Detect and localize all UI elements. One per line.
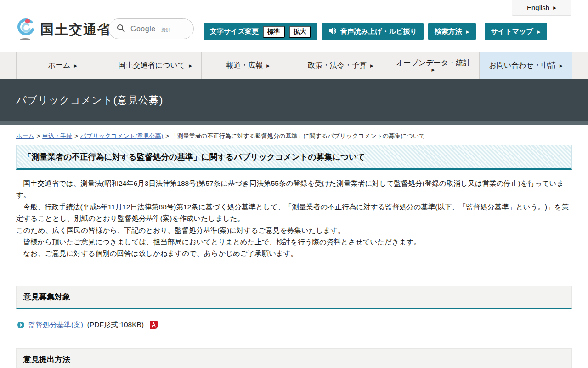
arrow-right-icon: ▶	[74, 64, 77, 68]
search-method-label: 検索方法	[435, 27, 462, 36]
nav-item-open-data[interactable]: オープンデータ・統計 ▶	[387, 52, 480, 79]
page: English ▶ 国土交通省 Google 提	[0, 0, 588, 368]
header-toolbar: 文字サイズ変更 標準 拡大 音声読み上げ・ルビ振り 検索方法 ▶	[204, 23, 547, 40]
search-provided-label: 提供	[161, 27, 170, 33]
arrow-right-icon: ▶	[266, 64, 270, 68]
sitemap-button[interactable]: サイトマップ ▶	[485, 23, 547, 40]
arrow-right-icon: ▶	[189, 64, 192, 68]
nav-item-about-mlit[interactable]: 国土交通省について ▶	[109, 52, 202, 79]
section-heading-comment-target: 意見募集対象	[16, 286, 572, 309]
main-content: 「測量業者の不正行為に対する監督処分の基準」に関するパブリックコメントの募集につ…	[0, 145, 588, 368]
breadcrumb-separator: >	[74, 132, 78, 139]
article-body: 国土交通省では、測量法(昭和24年6月3日法律第188号)第57条に基づき同法第…	[16, 178, 572, 259]
arrow-right-icon: ▶	[553, 6, 556, 10]
arrow-right-icon: ▶	[370, 64, 373, 68]
global-nav-inner: ホーム ▶ 国土交通省について ▶ 報道・広報 ▶ 政策・法令・予算 ▶ オープ…	[16, 52, 572, 79]
nav-label: ホーム	[48, 61, 71, 70]
search-engine-label: Google	[130, 25, 156, 33]
english-button[interactable]: English ▶	[512, 0, 571, 16]
pdf-file-meta: (PDF形式:108KB)	[87, 320, 144, 330]
pdf-file-icon	[150, 321, 158, 329]
page-band-title: パブリックコメント(意見公募)	[16, 93, 163, 107]
font-size-control: 文字サイズ変更 標準 拡大	[204, 23, 317, 40]
page-band: パブリックコメント(意見公募)	[0, 79, 588, 121]
paragraph: 国土交通省では、測量法(昭和24年6月3日法律第188号)第57条に基づき同法第…	[16, 178, 572, 201]
pdf-link-row: 監督処分基準(案) (PDF形式:108KB)	[17, 320, 572, 330]
paragraph: 皆様から頂いたご意見につきましては、担当部局においてとりまとめた上で、検討を行う…	[16, 236, 572, 247]
search-input[interactable]: Google 提供	[108, 18, 194, 39]
nav-item-policy[interactable]: 政策・法令・予算 ▶	[294, 52, 387, 79]
global-nav: ホーム ▶ 国土交通省について ▶ 報道・広報 ▶ 政策・法令・予算 ▶ オープ…	[0, 52, 588, 79]
tts-button[interactable]: 音声読み上げ・ルビ振り	[322, 23, 424, 40]
font-size-standard-button[interactable]: 標準	[263, 26, 285, 38]
nav-label: お問い合わせ・申請	[489, 61, 556, 70]
arrow-right-icon: ▶	[537, 30, 541, 34]
font-size-large-button[interactable]: 拡大	[289, 26, 311, 38]
breadcrumb-separator: >	[37, 132, 40, 139]
search-method-button[interactable]: 検索方法 ▶	[428, 23, 476, 40]
arrow-right-icon: ▶	[432, 68, 435, 72]
page-title: 「測量業者の不正行為に対する監督処分の基準」に関するパブリックコメントの募集につ…	[16, 145, 572, 170]
paragraph: 今般、行政手続法(平成5年11月12日法律第88号)第12条に基づく処分基準とし…	[16, 201, 572, 224]
site-logo[interactable]: 国土交通省	[16, 17, 112, 43]
sitemap-label: サイトマップ	[491, 27, 533, 36]
site-name: 国土交通省	[40, 21, 112, 39]
search-icon	[117, 24, 125, 34]
nav-label: 政策・法令・予算	[308, 61, 367, 70]
chevron-bullet-icon	[17, 322, 24, 328]
breadcrumb-link-application[interactable]: 申込・手続	[42, 132, 72, 139]
mlit-logo-icon	[16, 17, 36, 43]
english-label: English	[527, 4, 549, 12]
arrow-right-icon: ▶	[466, 30, 469, 34]
breadcrumb: ホーム>申込・手続>パブリックコメント(意見公募)>「測量業者の不正行為に対する…	[16, 132, 572, 140]
nav-label: 報道・広報	[226, 61, 263, 70]
breadcrumb-current: 「測量業者の不正行為に対する監督処分の基準」に関するパブリックコメントの募集につ…	[171, 132, 425, 139]
site-header: English ▶ 国土交通省 Google 提	[0, 0, 588, 52]
paragraph: なお、ご意見に対する個別の回答は致しかねますので、あらかじめご了承願います。	[16, 247, 572, 259]
tts-label: 音声読み上げ・ルビ振り	[340, 27, 417, 36]
breadcrumb-link-public-comment[interactable]: パブリックコメント(意見公募)	[80, 132, 163, 139]
section-heading-submission-method: 意見提出方法	[16, 348, 572, 368]
nav-item-home[interactable]: ホーム ▶	[16, 52, 109, 79]
page-band-strip	[0, 121, 588, 125]
nav-item-press[interactable]: 報道・広報 ▶	[201, 52, 294, 79]
nav-item-contact[interactable]: お問い合わせ・申請 ▶	[479, 52, 572, 79]
font-size-label: 文字サイズ変更	[210, 27, 259, 36]
nav-label: 国土交通省について	[119, 61, 186, 70]
arrow-right-icon: ▶	[560, 64, 563, 68]
paragraph: このため、広く国民の皆様から、下記のとおり、監督処分基準(案)に対するご意見を募…	[16, 224, 572, 236]
breadcrumb-link-home[interactable]: ホーム	[16, 132, 34, 139]
speaker-icon	[328, 27, 336, 36]
nav-label: オープンデータ・統計	[396, 59, 470, 67]
supervisory-standard-pdf-link[interactable]: 監督処分基準(案)	[28, 320, 83, 330]
breadcrumb-separator: >	[165, 132, 169, 139]
